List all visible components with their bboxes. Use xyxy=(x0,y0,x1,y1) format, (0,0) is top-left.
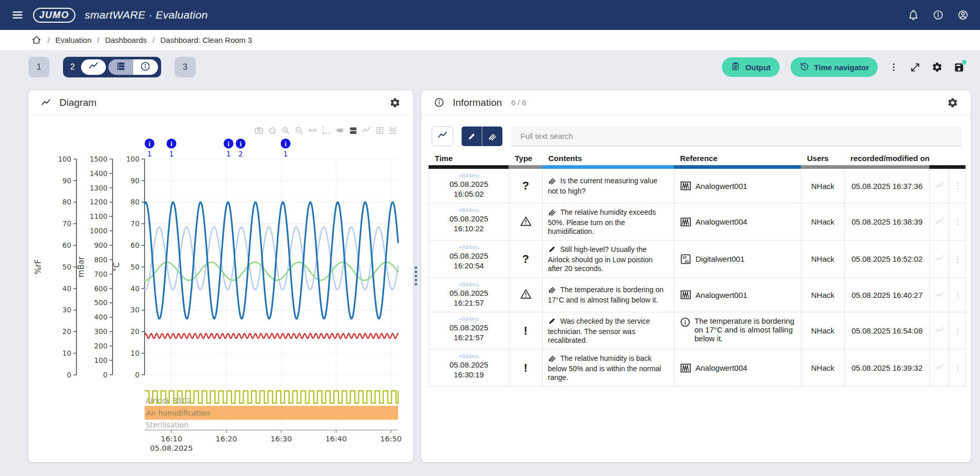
solid-pencil-filter-button[interactable] xyxy=(462,126,482,146)
row-menu-icon[interactable] xyxy=(949,350,966,386)
recorded-cell: 05.08.2025 16:37:36 xyxy=(845,169,930,203)
time-cell: +844ms05.08.2025 16:10:22 xyxy=(429,203,509,240)
information-title: Information xyxy=(453,97,502,108)
svg-text:90: 90 xyxy=(62,177,71,185)
svg-text:700: 700 xyxy=(94,270,107,278)
camera-icon[interactable] xyxy=(254,125,264,135)
ms-offset: +844ms xyxy=(434,207,503,214)
information-settings-icon[interactable] xyxy=(947,97,958,108)
annotation-filter-group xyxy=(462,126,502,146)
table-row[interactable]: +844ms05.08.2025 16:05:02 ? Is the curre… xyxy=(429,169,966,203)
toolbar-actions: Output Time navigator xyxy=(722,57,965,77)
table-row[interactable]: +844ms05.08.2025 16:30:19 ! The relative… xyxy=(429,350,966,387)
svg-text:20: 20 xyxy=(62,327,71,336)
zoom-in-icon[interactable] xyxy=(281,125,291,135)
settings-icon[interactable] xyxy=(931,61,943,73)
table-header: Time Type Contents Reference Users recor… xyxy=(429,151,966,165)
row-menu-icon[interactable] xyxy=(949,278,966,312)
table-row[interactable]: +844ms05.08.2025 16:20:54 ? Still high-l… xyxy=(429,241,966,278)
home-icon[interactable] xyxy=(31,35,42,45)
breadcrumb-dashboards[interactable]: Dashboards xyxy=(105,36,147,44)
recorded-cell: 05.08.2025 16:40:27 xyxy=(845,278,930,312)
chart-filter-button[interactable] xyxy=(432,126,453,146)
diagram-settings-icon[interactable] xyxy=(389,97,401,108)
menu-icon[interactable] xyxy=(11,9,24,21)
type-cell: ! xyxy=(509,312,543,349)
diagram-chart[interactable]: 0102030405060708090100%rF010020030040050… xyxy=(28,137,413,459)
analog-reference-icon xyxy=(679,289,692,301)
warning-triangle-icon xyxy=(520,215,532,229)
svg-text:40: 40 xyxy=(62,284,71,293)
svg-text:mBar: mBar xyxy=(76,256,86,277)
col-reference: Reference xyxy=(674,154,801,163)
time-cell: +844ms05.08.2025 16:21:57 xyxy=(429,312,509,349)
compare-waves-icon[interactable] xyxy=(388,125,398,135)
svg-text:60: 60 xyxy=(62,241,71,249)
svg-text:0: 0 xyxy=(135,371,139,379)
tags-active-icon[interactable] xyxy=(348,125,358,135)
time-navigator-button[interactable]: Time navigator xyxy=(791,57,878,77)
row-chart-icon[interactable] xyxy=(930,169,949,203)
full-text-search-input[interactable] xyxy=(511,127,961,146)
row-menu-icon[interactable] xyxy=(949,169,966,203)
tag-icon[interactable] xyxy=(335,125,344,135)
information-panel: Information 6 / 6 Time Type Contents Ref… xyxy=(421,90,971,462)
axes-range-box-icon[interactable] xyxy=(375,125,385,135)
svg-text:30: 30 xyxy=(131,306,139,314)
table-header-bar xyxy=(429,165,966,169)
info-toggle[interactable] xyxy=(133,59,158,75)
ms-offset: +844ms xyxy=(434,172,503,179)
row-menu-icon[interactable] xyxy=(949,241,966,277)
tab-2[interactable]: 2 xyxy=(63,57,161,77)
reference-cell: Analogwert001 xyxy=(674,278,801,312)
striped-pencil-filter-button[interactable] xyxy=(482,126,502,146)
row-chart-icon[interactable] xyxy=(930,350,949,386)
svg-text:16:40: 16:40 xyxy=(325,435,347,443)
svg-text:i: i xyxy=(149,140,151,148)
row-chart-icon[interactable] xyxy=(930,278,949,312)
save-icon[interactable] xyxy=(954,62,965,73)
time-cell: +844ms05.08.2025 16:21:57 xyxy=(429,278,509,312)
contents-cell: Was checked by the service technician. T… xyxy=(543,312,674,349)
tab-1[interactable]: 1 xyxy=(28,57,50,77)
solid-pencil-icon xyxy=(548,245,557,256)
list-icon xyxy=(116,61,126,73)
zoom-out-icon[interactable] xyxy=(294,125,304,135)
chart-line-icon xyxy=(41,98,51,108)
recorded-cell: 05.08.2025 16:54:08 xyxy=(845,312,930,349)
reference-cell: Analogwert001 xyxy=(674,169,801,203)
unsaved-badge xyxy=(962,60,967,65)
analog-reference-icon xyxy=(679,216,692,228)
home-icon[interactable] xyxy=(267,125,277,135)
breadcrumb-evaluation[interactable]: Evaluation xyxy=(55,36,91,44)
pan-arrows-icon[interactable] xyxy=(308,125,318,135)
line-chart-icon[interactable] xyxy=(361,125,371,135)
list-toggle[interactable] xyxy=(108,59,133,75)
bell-icon[interactable] xyxy=(908,9,919,21)
row-chart-icon[interactable] xyxy=(930,312,949,349)
svg-text:100: 100 xyxy=(126,155,139,163)
history-icon xyxy=(799,61,810,73)
table-row[interactable]: +844ms05.08.2025 16:21:57 ! Was checked … xyxy=(429,312,966,350)
recorded-cell: 05.08.2025 16:52:02 xyxy=(845,241,930,277)
table-row[interactable]: +844ms05.08.2025 16:10:22 The relative h… xyxy=(429,203,966,241)
row-menu-icon[interactable] xyxy=(949,312,966,349)
table-row[interactable]: +844ms05.08.2025 16:21:57 The temperatur… xyxy=(429,278,966,312)
expand-icon[interactable] xyxy=(910,62,921,73)
tab-3[interactable]: 3 xyxy=(175,57,196,77)
account-icon[interactable] xyxy=(957,9,969,21)
svg-text:10: 10 xyxy=(131,349,139,357)
spike-lines-icon[interactable] xyxy=(321,125,331,135)
diagram-toggle[interactable] xyxy=(81,59,106,75)
app-title: smartWARE · Evaluation xyxy=(85,9,208,21)
row-chart-icon[interactable] xyxy=(930,241,949,277)
svg-text:01: 01 xyxy=(685,259,689,263)
output-button[interactable]: Output xyxy=(722,57,779,77)
row-menu-icon[interactable] xyxy=(949,203,966,240)
panel-resize-handle[interactable] xyxy=(415,266,417,285)
kebab-menu-icon[interactable] xyxy=(889,62,899,72)
chart-line-icon xyxy=(88,61,99,73)
row-chart-icon[interactable] xyxy=(930,203,949,240)
col-type: Type xyxy=(509,154,542,163)
info-icon[interactable] xyxy=(932,9,944,21)
